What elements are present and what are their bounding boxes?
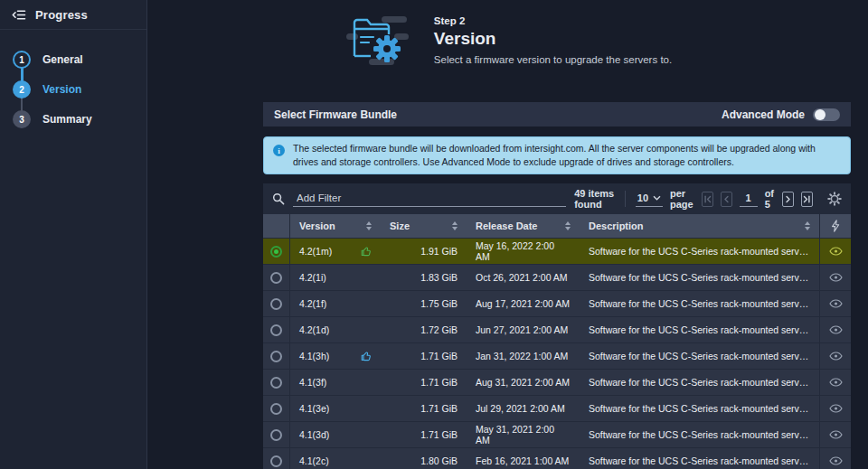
sort-icon[interactable] — [366, 221, 372, 230]
info-icon: i — [273, 145, 285, 156]
sidebar-step-version[interactable]: 2 Version — [13, 80, 146, 98]
current-page-input[interactable]: 1 — [740, 192, 758, 207]
next-page-button[interactable] — [782, 192, 794, 207]
size-cell: 1.91 GiB — [381, 239, 467, 264]
page-size-value: 10 — [637, 192, 648, 203]
version-text: 4.1(3e) — [299, 403, 329, 414]
row-select-cell — [263, 317, 290, 342]
size-cell: 1.75 GiB — [381, 291, 467, 316]
version-cell: 4.2(1m) — [290, 239, 381, 264]
description-cell: Software for the UCS C-Series rack-mount… — [580, 422, 819, 447]
info-banner-text: The selected firmware bundle will be dow… — [293, 142, 841, 169]
main-area: Step 2 Version Select a firmware version… — [147, 0, 868, 469]
firmware-folder-gear-icon — [344, 9, 412, 70]
size-column-header[interactable]: Size — [381, 214, 467, 238]
release-date-cell: Aug 17, 2021 2:00 AM — [467, 291, 580, 316]
table-row[interactable]: 4.2(1d) 1.72 GiB Jun 27, 2021 2:00 AM So… — [263, 317, 851, 342]
collapse-sidebar-icon[interactable] — [12, 9, 26, 21]
eye-icon[interactable] — [829, 430, 843, 439]
filter-input[interactable] — [293, 191, 566, 207]
size-cell: 1.80 GiB — [381, 448, 467, 469]
last-page-button[interactable] — [801, 192, 813, 207]
step-number: 1 — [13, 51, 31, 69]
sort-icon[interactable] — [452, 221, 458, 230]
version-cell: 4.1(3e) — [290, 396, 381, 421]
row-select-cell — [263, 239, 290, 264]
content-column: Select Firmware Bundle Advanced Mode i T… — [263, 102, 851, 469]
table-row[interactable]: 4.2(1m) 1.91 GiB May 16, 2022 2:00 AM So… — [263, 239, 851, 264]
radio-button[interactable] — [270, 351, 282, 362]
radio-button[interactable] — [270, 324, 282, 336]
radio-button[interactable] — [270, 272, 282, 284]
actions-cell — [819, 448, 851, 469]
table-header-row: Version Size Release Date Description — [263, 214, 851, 238]
description-column-header[interactable]: Description — [580, 214, 819, 238]
table-row[interactable]: 4.2(1f) 1.75 GiB Aug 17, 2021 2:00 AM So… — [263, 291, 851, 316]
progress-sidebar: Progress 1 General 2 Version 3 Summary — [0, 0, 147, 469]
release-date-cell: Jan 31, 2022 1:00 AM — [467, 343, 580, 369]
eye-icon[interactable] — [829, 299, 843, 308]
radio-button-selected[interactable] — [270, 246, 282, 258]
actions-cell — [819, 396, 851, 421]
page-size-select[interactable]: 10 — [636, 192, 663, 207]
table-row[interactable]: 4.1(3e) 1.71 GiB Jul 29, 2021 2:00 AM So… — [263, 396, 851, 421]
actions-cell — [819, 422, 851, 447]
version-column-header[interactable]: Version — [290, 214, 381, 238]
version-text: 4.1(2c) — [299, 455, 329, 466]
sort-icon[interactable] — [805, 221, 810, 230]
table-row[interactable]: 4.1(3d) 1.71 GiB May 31, 2021 2:00 AM So… — [263, 422, 851, 447]
release-date-cell: Aug 31, 2021 2:00 AM — [467, 370, 580, 395]
step-label: General — [42, 53, 83, 66]
release-date-cell: Jun 27, 2021 2:00 AM — [467, 317, 580, 342]
sidebar-step-summary[interactable]: 3 Summary — [13, 110, 146, 128]
app-window: Progress 1 General 2 Version 3 Summary — [0, 0, 868, 469]
row-select-cell — [263, 291, 290, 316]
size-cell: 1.71 GiB — [381, 343, 467, 369]
section-bar: Select Firmware Bundle Advanced Mode — [263, 102, 851, 127]
version-text: 4.1(3f) — [299, 377, 326, 388]
table-row[interactable]: 4.2(1i) 1.83 GiB Oct 26, 2021 2:00 AM So… — [263, 265, 851, 290]
sidebar-step-general[interactable]: 1 General — [13, 51, 146, 69]
eye-icon[interactable] — [829, 273, 843, 282]
total-pages-label: of 5 — [765, 188, 775, 210]
version-cell: 4.2(1d) — [290, 317, 381, 342]
description-cell: Software for the UCS C-Series rack-mount… — [580, 396, 819, 421]
wizard-steps: 1 General 2 Version 3 Summary — [13, 51, 146, 128]
radio-button[interactable] — [270, 429, 282, 441]
eye-icon[interactable] — [829, 325, 843, 334]
radio-button[interactable] — [270, 298, 282, 310]
table-settings-gear-icon[interactable] — [827, 192, 842, 206]
table-row[interactable]: 4.1(3h) 1.71 GiB Jan 31, 2022 1:00 AM So… — [263, 343, 851, 369]
thumbs-up-icon — [361, 351, 372, 361]
sidebar-title: Progress — [35, 8, 88, 22]
column-label: Release Date — [476, 220, 538, 231]
step-header: Step 2 Version Select a firmware version… — [147, 0, 868, 93]
version-cell: 4.1(3d) — [290, 422, 381, 447]
eye-icon[interactable] — [829, 352, 843, 361]
previous-page-button[interactable] — [721, 192, 732, 207]
release-date-column-header[interactable]: Release Date — [467, 214, 580, 238]
actions-cell — [819, 291, 851, 316]
eye-icon[interactable] — [829, 456, 843, 465]
table-row[interactable]: 4.1(2c) 1.80 GiB Feb 16, 2021 1:00 AM So… — [263, 448, 851, 469]
eye-icon[interactable] — [829, 404, 843, 413]
description-cell: Software for the UCS C-Series rack-mount… — [580, 317, 819, 342]
release-date-cell: Feb 16, 2021 1:00 AM — [467, 448, 580, 469]
table-row[interactable]: 4.1(3f) 1.71 GiB Aug 31, 2021 2:00 AM So… — [263, 370, 851, 395]
eye-icon[interactable] — [829, 378, 843, 387]
row-select-cell — [263, 343, 290, 369]
radio-button[interactable] — [270, 455, 282, 467]
chevron-down-icon — [653, 195, 661, 201]
radio-button[interactable] — [270, 403, 282, 415]
eye-icon[interactable] — [829, 247, 843, 256]
advanced-mode-toggle[interactable] — [813, 108, 840, 121]
first-page-button[interactable] — [702, 192, 713, 207]
search-icon — [272, 192, 285, 205]
sort-icon[interactable] — [565, 221, 571, 230]
advanced-mode-label: Advanced Mode — [722, 108, 805, 121]
radio-button[interactable] — [270, 377, 282, 389]
release-date-cell: Oct 26, 2021 2:00 AM — [467, 265, 580, 290]
description-cell: Software for the UCS C-Series rack-mount… — [580, 370, 819, 395]
size-cell: 1.71 GiB — [381, 370, 467, 395]
info-banner: i The selected firmware bundle will be d… — [263, 136, 851, 174]
